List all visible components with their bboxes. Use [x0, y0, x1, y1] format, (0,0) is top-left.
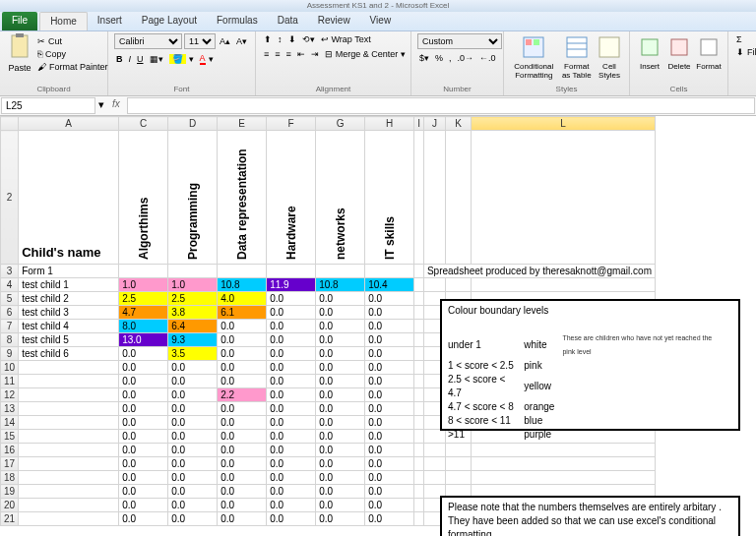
- cell-score[interactable]: 0.0: [267, 512, 316, 526]
- cell-score[interactable]: 8.0: [119, 320, 168, 333]
- row-header-2[interactable]: 2: [1, 131, 19, 265]
- row-header-17[interactable]: 17: [1, 457, 19, 471]
- header-hardware[interactable]: Hardware: [267, 131, 316, 265]
- merge-center-button[interactable]: ⊟Merge & Center▾: [323, 48, 409, 60]
- col-header-k[interactable]: K: [445, 117, 471, 131]
- col-header-f[interactable]: F: [267, 117, 316, 131]
- cell-score[interactable]: 0.0: [267, 306, 316, 320]
- cell-score[interactable]: 0.0: [365, 485, 414, 499]
- cell-score[interactable]: 9.3: [168, 333, 218, 347]
- cell-score[interactable]: 0.0: [168, 485, 218, 499]
- cell-form-label[interactable]: Form 1: [19, 265, 119, 278]
- cell-score[interactable]: 0.0: [365, 333, 414, 347]
- cell-score[interactable]: 0.0: [316, 416, 365, 430]
- cell-score[interactable]: 0.0: [316, 333, 365, 347]
- cell-name[interactable]: test child 3: [19, 306, 119, 320]
- cell-score[interactable]: 0.0: [365, 388, 414, 402]
- tab-view[interactable]: View: [360, 12, 402, 30]
- cell-score[interactable]: 0.0: [168, 361, 218, 375]
- cell-name[interactable]: [19, 430, 119, 444]
- cell-score[interactable]: 2.2: [218, 388, 267, 402]
- cell-score[interactable]: 0.0: [316, 430, 365, 444]
- cell-score[interactable]: 0.0: [267, 347, 316, 361]
- cell-score[interactable]: 0.0: [168, 388, 218, 402]
- cell-score[interactable]: 0.0: [365, 471, 414, 485]
- cell-name[interactable]: [19, 402, 119, 416]
- cell-score[interactable]: 0.0: [218, 512, 267, 526]
- col-header-h[interactable]: H: [365, 117, 414, 131]
- decrease-decimal-icon[interactable]: ←.0: [477, 52, 498, 64]
- cell-score[interactable]: 0.0: [168, 499, 218, 512]
- col-header-l[interactable]: L: [472, 117, 656, 131]
- select-all-corner[interactable]: [1, 117, 19, 131]
- cut-button[interactable]: ✂Cut: [35, 35, 110, 47]
- cell-name[interactable]: test child 5: [19, 333, 119, 347]
- cell-name[interactable]: [19, 512, 119, 526]
- orientation-icon[interactable]: ⟲▾: [300, 33, 317, 45]
- row-header-20[interactable]: 20: [1, 499, 19, 512]
- col-header-e[interactable]: E: [218, 117, 267, 131]
- tab-data[interactable]: Data: [268, 12, 308, 30]
- border-button[interactable]: ▦▾: [148, 53, 165, 65]
- row-header-3[interactable]: 3: [1, 265, 19, 278]
- cell-score[interactable]: 0.0: [119, 430, 168, 444]
- tab-page-layout[interactable]: Page Layout: [132, 12, 207, 30]
- cell-score[interactable]: 0.0: [365, 306, 414, 320]
- cell-score[interactable]: 0.0: [365, 375, 414, 388]
- font-color-button[interactable]: A▾: [198, 52, 216, 66]
- cell-score[interactable]: 0.0: [119, 485, 168, 499]
- cell-score[interactable]: 0.0: [316, 499, 365, 512]
- cell-score[interactable]: 10.8: [218, 278, 267, 292]
- currency-icon[interactable]: $▾: [417, 52, 431, 64]
- cell-name[interactable]: [19, 361, 119, 375]
- cell-credit[interactable]: Spreadsheet produced by theresaknott@gma…: [423, 265, 655, 278]
- cell-score[interactable]: 0.0: [267, 333, 316, 347]
- cell-score[interactable]: 0.0: [218, 430, 267, 444]
- cell-score[interactable]: 0.0: [119, 402, 168, 416]
- cell-score[interactable]: 1.0: [119, 278, 168, 292]
- percent-icon[interactable]: %: [433, 52, 445, 64]
- align-bottom-icon[interactable]: ⬇: [286, 33, 298, 45]
- cell-score[interactable]: 0.0: [218, 361, 267, 375]
- row-header-10[interactable]: 10: [1, 361, 19, 375]
- col-header-j[interactable]: J: [423, 117, 445, 131]
- cell-name[interactable]: [19, 471, 119, 485]
- row-header-16[interactable]: 16: [1, 444, 19, 457]
- cell-score[interactable]: 0.0: [316, 361, 365, 375]
- cell-score[interactable]: 0.0: [267, 361, 316, 375]
- increase-font-icon[interactable]: A▴: [218, 35, 232, 47]
- row-header-8[interactable]: 8: [1, 333, 19, 347]
- tab-review[interactable]: Review: [308, 12, 360, 30]
- increase-decimal-icon[interactable]: .0→: [456, 52, 476, 64]
- row-header-12[interactable]: 12: [1, 388, 19, 402]
- cell-score[interactable]: 0.0: [218, 333, 267, 347]
- cell-score[interactable]: 0.0: [218, 416, 267, 430]
- format-cells-icon[interactable]: [695, 33, 723, 61]
- align-left-icon[interactable]: ≡: [262, 48, 271, 60]
- row-header-18[interactable]: 18: [1, 471, 19, 485]
- cell-score[interactable]: 0.0: [316, 292, 365, 306]
- cell-score[interactable]: 0.0: [267, 292, 316, 306]
- cell-score[interactable]: 0.0: [119, 444, 168, 457]
- cell-score[interactable]: 0.0: [168, 471, 218, 485]
- tab-home[interactable]: Home: [39, 12, 88, 30]
- col-header-d[interactable]: D: [168, 117, 218, 131]
- cell-score[interactable]: 6.4: [168, 320, 218, 333]
- tab-insert[interactable]: Insert: [88, 12, 132, 30]
- cell-score[interactable]: 0.0: [218, 402, 267, 416]
- row-header-11[interactable]: 11: [1, 375, 19, 388]
- cell-name[interactable]: test child 4: [19, 320, 119, 333]
- row-header-4[interactable]: 4: [1, 278, 19, 292]
- cell-score[interactable]: 0.0: [267, 375, 316, 388]
- format-painter-button[interactable]: 🖌Format Painter: [35, 61, 110, 73]
- delete-cells-icon[interactable]: [665, 33, 693, 61]
- cell-score[interactable]: 0.0: [365, 347, 414, 361]
- underline-button[interactable]: U: [135, 53, 146, 65]
- cell-score[interactable]: 0.0: [316, 402, 365, 416]
- header-it-skills[interactable]: IT skills: [365, 131, 414, 265]
- header-childs-name[interactable]: Child's name: [19, 131, 119, 265]
- cell-score[interactable]: 0.0: [365, 416, 414, 430]
- number-format-select[interactable]: Custom: [417, 33, 502, 49]
- wrap-text-button[interactable]: ↩Wrap Text: [319, 33, 373, 45]
- tab-formulas[interactable]: Formulas: [207, 12, 268, 30]
